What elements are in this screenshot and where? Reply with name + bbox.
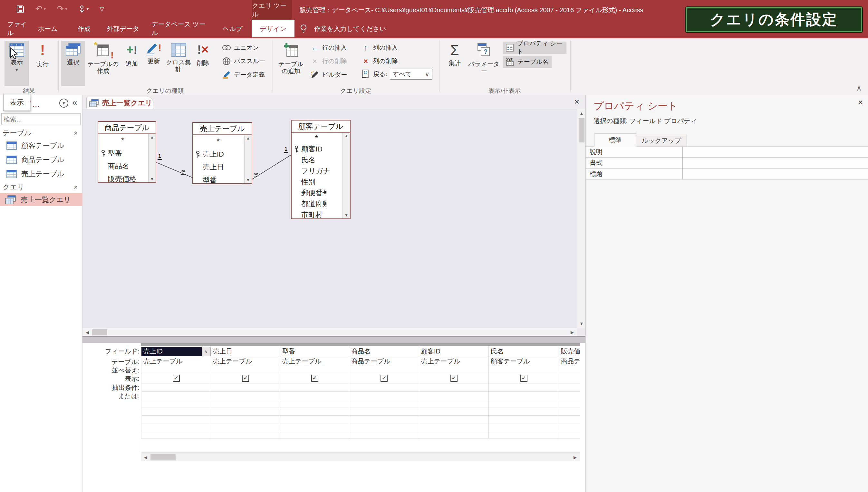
- field-row[interactable]: 販売価格: [98, 173, 156, 182]
- sort-cell[interactable]: [559, 366, 580, 373]
- empty-cell[interactable]: [211, 408, 280, 416]
- field-row-asterisk[interactable]: *: [193, 135, 252, 148]
- field-row[interactable]: 型番: [98, 147, 156, 160]
- sort-cell[interactable]: [142, 366, 211, 373]
- tab-home[interactable]: ホーム: [33, 20, 62, 38]
- field-row[interactable]: 市町村: [292, 210, 350, 218]
- field-cell[interactable]: 販売価格: [559, 346, 580, 357]
- criteria-cell[interactable]: [489, 384, 559, 392]
- empty-cell[interactable]: [559, 408, 580, 416]
- view-dropdown-caret[interactable]: ▾: [16, 67, 18, 73]
- sort-cell[interactable]: [489, 366, 559, 373]
- or-cell[interactable]: [280, 392, 349, 400]
- table-cell[interactable]: 売上テーブル: [419, 357, 489, 366]
- empty-cell[interactable]: [211, 400, 280, 408]
- delete-rows-button[interactable]: × 行の削除: [309, 55, 347, 67]
- field-row[interactable]: 性別: [292, 177, 350, 188]
- totals-button[interactable]: Σ 集計: [444, 41, 465, 86]
- or-cell[interactable]: [489, 392, 559, 400]
- scroll-left-icon[interactable]: ◀: [84, 328, 91, 337]
- scrollbar-thumb[interactable]: [92, 329, 107, 336]
- empty-cell[interactable]: [559, 400, 580, 408]
- tab-external-data[interactable]: 外部データ: [102, 20, 144, 38]
- empty-cell[interactable]: [142, 408, 211, 416]
- scroll-right-icon[interactable]: ▶: [572, 453, 579, 462]
- field-row[interactable]: フリガナ: [292, 166, 350, 177]
- criteria-cell[interactable]: [349, 384, 419, 392]
- field-row-asterisk[interactable]: *: [98, 134, 156, 147]
- empty-cell[interactable]: [142, 423, 211, 431]
- empty-cell[interactable]: [280, 416, 349, 423]
- field-row[interactable]: 型番: [193, 174, 252, 183]
- field-list-scrollbar[interactable]: ▲▼: [244, 135, 252, 183]
- empty-cell[interactable]: [349, 423, 419, 431]
- delete-columns-button[interactable]: × 列の削除: [360, 55, 398, 67]
- scroll-down-icon[interactable]: ▼: [344, 212, 348, 218]
- property-sheet-button[interactable]: プロパティ シート: [503, 42, 566, 54]
- sidebar-item-sales-list-query[interactable]: 売上一覧クエリ: [0, 193, 82, 206]
- insert-rows-button[interactable]: ← 行の挿入: [309, 42, 347, 54]
- field-list-scrollbar[interactable]: ▲▼: [148, 134, 156, 182]
- close-property-sheet-icon[interactable]: ×: [858, 97, 863, 107]
- undo-icon[interactable]: ↶▾: [35, 4, 46, 14]
- show-checkbox[interactable]: ✓: [242, 375, 249, 382]
- shutter-bar-icon[interactable]: «: [72, 97, 77, 107]
- criteria-cell[interactable]: [142, 384, 211, 392]
- empty-cell[interactable]: [419, 408, 489, 416]
- show-cell[interactable]: ✓: [211, 373, 280, 384]
- data-definition-button[interactable]: データ定義: [221, 69, 265, 81]
- scrollbar-thumb[interactable]: [579, 118, 585, 142]
- close-document-icon[interactable]: ×: [574, 97, 579, 107]
- nav-menu-icon[interactable]: ▾: [59, 99, 68, 107]
- crosstab-button[interactable]: クロス集計: [165, 41, 192, 86]
- field-list-product-table[interactable]: 商品テーブル * 型番 商品名 販売価格 ▲▼: [98, 121, 156, 183]
- tab-design[interactable]: デザイン: [252, 20, 295, 38]
- empty-cell[interactable]: [419, 431, 489, 439]
- field-list-title[interactable]: 商品テーブル: [98, 122, 156, 134]
- customize-qat-icon[interactable]: ▽: [100, 5, 104, 13]
- scroll-up-icon[interactable]: ▲: [577, 109, 586, 117]
- update-button[interactable]: ! 更新: [143, 41, 164, 86]
- nav-section-queries[interactable]: クエリ «: [0, 182, 82, 193]
- show-cell[interactable]: ✓: [280, 373, 349, 384]
- make-table-button[interactable]: * ! テーブルの作成: [86, 41, 121, 86]
- tab-create[interactable]: 作成: [72, 20, 96, 38]
- tab-file[interactable]: ファイル: [6, 20, 30, 38]
- parameters-button[interactable]: ? パラメーター: [467, 41, 501, 86]
- insert-columns-button[interactable]: ↑ 列の挿入: [360, 42, 398, 54]
- empty-cell[interactable]: [211, 423, 280, 431]
- or-cell[interactable]: [142, 392, 211, 400]
- empty-cell[interactable]: [489, 416, 559, 423]
- collapse-section-icon[interactable]: «: [72, 131, 80, 135]
- run-button[interactable]: ! 実行: [31, 41, 54, 86]
- criteria-cell[interactable]: [419, 384, 489, 392]
- property-value-input[interactable]: [683, 157, 868, 168]
- empty-cell[interactable]: [489, 408, 559, 416]
- empty-cell[interactable]: [211, 431, 280, 439]
- scroll-up-icon[interactable]: ▲: [344, 133, 348, 139]
- table-cell[interactable]: 商品テーブル: [349, 357, 419, 366]
- scroll-left-icon[interactable]: ◀: [142, 453, 149, 462]
- show-checkbox[interactable]: ✓: [380, 375, 388, 382]
- tell-me-box[interactable]: 作業を入力してください: [314, 20, 386, 38]
- show-checkbox[interactable]: ✓: [173, 375, 180, 382]
- field-list-sales-table[interactable]: 売上テーブル * 売上ID 売上日 型番 ▲▼: [192, 122, 252, 184]
- scroll-right-icon[interactable]: ▶: [569, 328, 576, 337]
- empty-cell[interactable]: [559, 416, 580, 423]
- criteria-cell[interactable]: [559, 384, 580, 392]
- empty-cell[interactable]: [211, 416, 280, 423]
- empty-cell[interactable]: [280, 408, 349, 416]
- scroll-down-icon[interactable]: ▼: [577, 320, 586, 327]
- empty-cell[interactable]: [280, 423, 349, 431]
- collapse-ribbon-icon[interactable]: ∧: [857, 84, 862, 93]
- field-row[interactable]: 氏名: [292, 155, 350, 166]
- table-cell[interactable]: 売上テーブル: [211, 357, 280, 366]
- or-cell[interactable]: [349, 392, 419, 400]
- field-cell[interactable]: 顧客ID: [419, 346, 489, 357]
- document-tab-sales-list-query[interactable]: 売上一覧クエリ: [86, 97, 153, 109]
- pass-through-button[interactable]: パススルー: [221, 55, 265, 67]
- field-row[interactable]: 売上日: [193, 161, 252, 174]
- field-row[interactable]: 郵便番号: [292, 188, 350, 198]
- empty-cell[interactable]: [419, 423, 489, 431]
- tab-help[interactable]: ヘルプ: [219, 20, 246, 38]
